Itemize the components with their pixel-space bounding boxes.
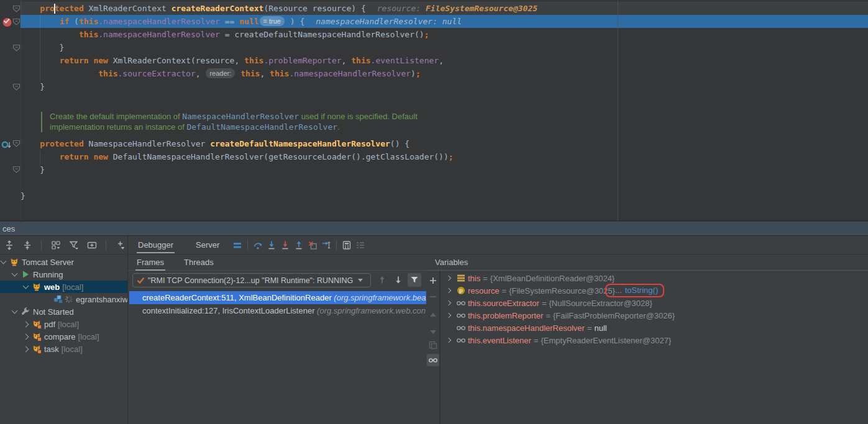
fold-marker-icon[interactable] (12, 83, 21, 91)
thread-selector-dropdown[interactable]: "RMI TCP Connection(2)-12...up "RMI Runt… (132, 273, 371, 287)
rendered-doc-comment-line[interactable]: Create the default implementation of Nam… (50, 111, 418, 122)
variable-row[interactable]: presource={FileSystemResource@3025}...to… (441, 284, 868, 297)
param-variable-icon: p (456, 286, 466, 295)
breakpoint-verified-icon[interactable] (2, 17, 12, 27)
tree-item-label: Not Started (33, 307, 74, 317)
equals-sign: = (483, 274, 488, 283)
stack-frame-row[interactable]: createReaderContext:511, XmlBeanDefiniti… (129, 291, 426, 304)
tree-item-running[interactable]: Running (0, 268, 127, 281)
tree-item-egrantshanxiweb[interactable]: egrantshanxiweb (0, 293, 127, 305)
code-line[interactable]: } (21, 189, 25, 202)
tostring-link[interactable]: toString() (625, 286, 658, 295)
code-token: createReaderContext (171, 4, 264, 13)
add-icon[interactable] (114, 238, 127, 252)
variable-row[interactable]: this.problemReporter={FailFastProblemRep… (441, 309, 868, 322)
evaluate-icon[interactable] (340, 238, 354, 252)
force-step-into-icon[interactable] (278, 238, 292, 252)
tree-item-tomcat-server[interactable]: Tomcat Server (0, 256, 127, 268)
chevron-down-icon[interactable] (23, 283, 29, 289)
chevron-down-icon[interactable] (12, 271, 18, 277)
tab-frames[interactable]: Frames (134, 253, 167, 271)
watches-toolbar (426, 271, 440, 424)
duplicate-icon[interactable] (427, 339, 439, 351)
filter-icon[interactable] (408, 273, 421, 287)
remove-watch-icon[interactable] (427, 291, 439, 303)
code-line[interactable]: this.sourceExtractor, reader: this, this… (21, 67, 421, 80)
chevron-down-icon[interactable] (12, 308, 18, 314)
stack-frame-row[interactable]: contextInitialized:127, IrisContextLoade… (129, 304, 426, 317)
chevron-right-icon[interactable] (446, 288, 451, 293)
overriding-method-icon[interactable] (1, 140, 12, 150)
chevron-right-icon[interactable] (446, 338, 451, 343)
fold-marker-icon[interactable] (12, 18, 21, 26)
tab-threads[interactable]: Threads (181, 253, 216, 271)
chevron-down-icon[interactable] (1, 258, 7, 264)
tomcat-stopped-icon (32, 344, 42, 354)
code-token: NamespaceHandlerResolver (182, 112, 299, 121)
tab-debugger[interactable]: Debugger (135, 236, 176, 254)
tree-item-label: Running (33, 270, 63, 279)
fold-marker-icon[interactable] (12, 44, 21, 52)
code-line[interactable]: } (21, 41, 64, 54)
tree-item-label: pdf (44, 320, 55, 329)
tree-item-suffix: [local] (78, 332, 99, 341)
code-line[interactable]: this.namespaceHandlerResolver = createDe… (21, 28, 429, 41)
variable-name: this.namespaceHandlerResolver (468, 323, 585, 333)
code-line[interactable]: return new XmlReaderContext(resource, th… (21, 54, 444, 67)
chevron-right-icon[interactable] (446, 313, 451, 318)
code-line[interactable]: protected NamespaceHandlerResolver creat… (21, 137, 409, 150)
code-line[interactable]: return new DefaultNamespaceHandlerResolv… (21, 150, 454, 163)
code-line[interactable]: } (21, 80, 45, 93)
group-by-icon[interactable] (49, 238, 63, 252)
chevron-right-icon[interactable] (23, 321, 29, 327)
tab-server[interactable]: Server (193, 236, 222, 254)
tool-window-header[interactable]: ces (0, 222, 868, 236)
tree-item-web[interactable]: web[local] (0, 281, 127, 293)
chevron-right-icon[interactable] (446, 300, 451, 305)
code-editor[interactable]: protected XmlReaderContext createReaderC… (0, 0, 868, 221)
variable-row[interactable]: this.eventListener={EmptyReaderEventList… (441, 334, 868, 346)
chevron-right-icon[interactable] (446, 276, 451, 281)
expand-all-icon[interactable] (2, 238, 16, 252)
move-down-icon[interactable] (427, 325, 439, 338)
show-watches-icon[interactable] (427, 354, 439, 366)
toolbar-separator (336, 240, 337, 250)
fold-marker-icon[interactable] (12, 140, 21, 148)
tree-item-task[interactable]: task[local] (0, 343, 127, 355)
code-line[interactable]: } (21, 163, 45, 176)
filter-icon[interactable] (67, 238, 81, 252)
chevron-right-icon[interactable] (23, 333, 29, 340)
variable-row[interactable]: this.sourceExtractor={NullSourceExtracto… (441, 297, 868, 309)
chevron-right-icon[interactable] (23, 346, 29, 352)
execution-point-icon[interactable] (231, 238, 244, 252)
code-token: == (220, 17, 239, 26)
tree-item-suffix: [local] (62, 282, 83, 292)
inline-hint-chip: = true (260, 16, 285, 26)
collapse-all-icon[interactable] (21, 238, 34, 252)
step-out-icon[interactable] (292, 238, 306, 252)
arrow-down-icon[interactable] (391, 273, 405, 287)
arrow-up-icon[interactable] (375, 273, 389, 287)
add-tab-icon[interactable] (85, 238, 99, 252)
tree-item-pdf[interactable]: pdf[local] (0, 318, 127, 330)
run-to-cursor-icon[interactable] (319, 238, 333, 252)
tree-item-not-started[interactable]: Not Started (0, 305, 127, 318)
drop-frame-icon[interactable] (306, 238, 319, 252)
layout-disabled-icon[interactable] (354, 238, 367, 252)
fold-marker-icon[interactable] (12, 166, 21, 174)
variable-row[interactable]: this={XmlBeanDefinitionReader@3024} (441, 272, 868, 284)
step-into-icon[interactable] (265, 238, 278, 252)
step-over-icon[interactable] (251, 238, 265, 252)
rendered-doc-comment-line[interactable]: implementation returns an instance of De… (50, 122, 340, 132)
add-watch-icon[interactable] (427, 274, 439, 287)
code-token: .sourceExtractor (118, 69, 196, 78)
tree-item-compare[interactable]: compare[local] (0, 330, 127, 343)
equals-sign: = (534, 336, 539, 345)
variable-row[interactable]: this.namespaceHandlerResolver=null (441, 322, 868, 334)
variable-value: {XmlBeanDefinitionReader@3024} (490, 274, 614, 283)
code-line[interactable]: protected XmlReaderContext createReaderC… (21, 2, 537, 15)
code-line[interactable]: if (this.namespaceHandlerResolver == nul… (21, 15, 462, 28)
move-up-icon[interactable] (427, 309, 439, 322)
code-token: null (239, 17, 258, 26)
fold-marker-icon[interactable] (12, 5, 21, 13)
